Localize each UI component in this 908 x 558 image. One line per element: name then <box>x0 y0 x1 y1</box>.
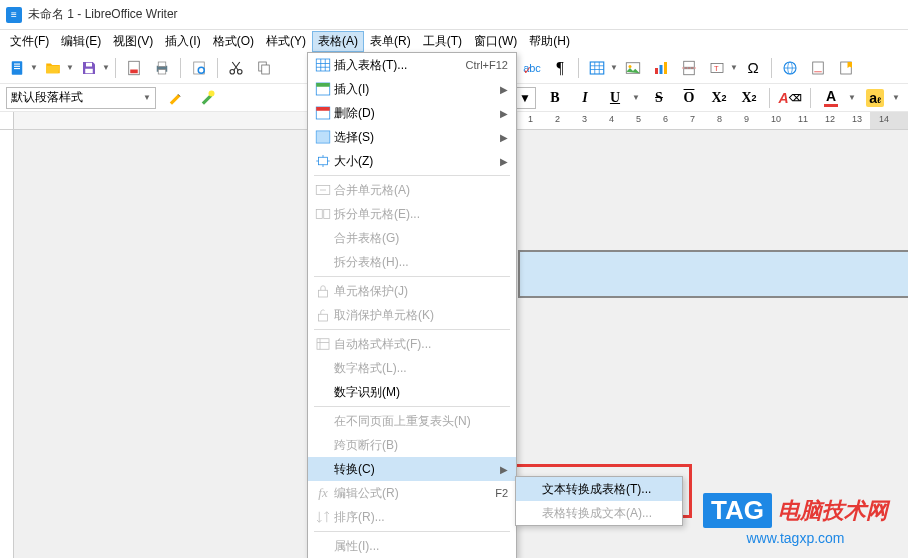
svg-rect-7 <box>130 69 138 73</box>
shortcut-label: F2 <box>495 487 508 499</box>
dropdown-icon[interactable]: ▼ <box>848 93 858 102</box>
chevron-right-icon: ▶ <box>500 108 508 119</box>
dropdown-icon[interactable]: ▼ <box>66 63 74 72</box>
highlight-color-button[interactable]: aℓ <box>862 86 888 110</box>
chevron-right-icon: ▶ <box>500 132 508 143</box>
menu-2[interactable]: 视图(V) <box>107 31 159 52</box>
menu-item-6: 合并单元格(A) <box>308 178 516 202</box>
svg-rect-3 <box>14 68 20 69</box>
cut-button[interactable] <box>223 55 249 81</box>
menu-0[interactable]: 文件(F) <box>4 31 55 52</box>
insert-pagebreak-button[interactable] <box>676 55 702 81</box>
menu-item-label: 编辑公式(R) <box>334 485 495 502</box>
open-button[interactable] <box>40 55 66 81</box>
submenu-item-0[interactable]: 文本转换成表格(T)... <box>516 477 682 501</box>
insert-chart-button[interactable] <box>648 55 674 81</box>
shortcut-label: Ctrl+F12 <box>466 59 509 71</box>
chevron-right-icon: ▶ <box>500 464 508 475</box>
submenu-item-1: 表格转换成文本(A)... <box>516 501 682 525</box>
paragraph-style-combo[interactable]: 默认段落样式 ▼ <box>6 87 156 109</box>
dropdown-icon[interactable]: ▼ <box>892 93 902 102</box>
underline-button[interactable]: U <box>602 86 628 110</box>
menu-item-0[interactable]: 插入表格(T)...Ctrl+F12 <box>308 53 516 77</box>
app-icon: ≡ <box>6 7 22 23</box>
menu-item-7: 拆分单元格(E)... <box>308 202 516 226</box>
new-style-button[interactable] <box>194 85 220 111</box>
menu-item-24: 属性(I)... <box>308 534 516 558</box>
update-style-button[interactable] <box>162 85 188 111</box>
svg-rect-57 <box>319 314 328 321</box>
dropdown-icon[interactable]: ▼ <box>30 63 38 72</box>
vertical-ruler[interactable] <box>0 130 14 558</box>
insert-bookmark-button[interactable] <box>833 55 859 81</box>
menu-item-label: 合并单元格(A) <box>334 182 508 199</box>
menu-8[interactable]: 工具(T) <box>417 31 468 52</box>
export-pdf-button[interactable] <box>121 55 147 81</box>
watermark-url: www.tagxp.com <box>747 530 845 546</box>
menu-9[interactable]: 窗口(W) <box>468 31 523 52</box>
svg-rect-41 <box>316 59 330 71</box>
svg-rect-2 <box>14 65 20 66</box>
dropdown-icon[interactable]: ▼ <box>102 63 110 72</box>
menu-item-20[interactable]: 转换(C)▶ <box>308 457 516 481</box>
menu-item-2[interactable]: 删除(D)▶ <box>308 101 516 125</box>
copy-button[interactable] <box>251 55 277 81</box>
menu-3[interactable]: 插入(I) <box>159 31 206 52</box>
menu-1[interactable]: 编辑(E) <box>55 31 107 52</box>
menu-item-label: 数字格式(L)... <box>334 360 508 377</box>
formatting-marks-button[interactable]: ¶ <box>547 55 573 81</box>
table-cell-selection[interactable] <box>518 250 908 298</box>
svg-rect-58 <box>317 339 329 350</box>
watermark-text: 电脑技术网 <box>778 496 888 526</box>
window-title: 未命名 1 - LibreOffice Writer <box>28 6 178 23</box>
insert-field-button[interactable]: T <box>704 55 730 81</box>
chevron-right-icon: ▶ <box>500 84 508 95</box>
menu-4[interactable]: 格式(O) <box>207 31 260 52</box>
menu-6[interactable]: 表格(A) <box>312 31 364 52</box>
print-button[interactable] <box>149 55 175 81</box>
menu-item-1[interactable]: 插入(I)▶ <box>308 77 516 101</box>
menu-item-4[interactable]: 大小(Z)▶ <box>308 149 516 173</box>
svg-rect-19 <box>590 62 604 74</box>
print-preview-button[interactable] <box>186 55 212 81</box>
select-icon <box>312 128 334 146</box>
menu-item-16[interactable]: 数字识别(M) <box>308 380 516 404</box>
overline-button[interactable]: O <box>676 86 702 110</box>
svg-rect-29 <box>684 61 695 67</box>
grid-icon <box>312 56 334 74</box>
insert-image-button[interactable] <box>620 55 646 81</box>
font-color-button[interactable]: A <box>818 86 844 110</box>
dropdown-icon[interactable]: ▼ <box>632 93 642 102</box>
insert-table-button[interactable] <box>584 55 610 81</box>
svg-point-40 <box>209 90 215 96</box>
svg-rect-28 <box>664 62 667 74</box>
menu-item-3[interactable]: 选择(S)▶ <box>308 125 516 149</box>
insert-hyperlink-button[interactable] <box>777 55 803 81</box>
chevron-down-icon: ▼ <box>143 93 151 102</box>
menu-item-label: 属性(I)... <box>334 538 508 555</box>
new-doc-button[interactable] <box>4 55 30 81</box>
menu-10[interactable]: 帮助(H) <box>523 31 576 52</box>
superscript-button[interactable]: X2 <box>706 86 732 110</box>
menu-item-12: 取消保护单元格(K) <box>308 303 516 327</box>
menu-item-22: 排序(R)... <box>308 505 516 529</box>
menu-item-label: 删除(D) <box>334 105 500 122</box>
subscript-button[interactable]: X2 <box>736 86 762 110</box>
insert-special-char-button[interactable]: Ω <box>740 55 766 81</box>
clear-formatting-button[interactable]: A⌫ <box>777 86 803 110</box>
menu-item-9: 拆分表格(H)... <box>308 250 516 274</box>
spellcheck-button[interactable]: abc✓ <box>519 55 545 81</box>
menu-7[interactable]: 表单(R) <box>364 31 417 52</box>
dropdown-icon[interactable]: ▼ <box>610 63 618 72</box>
menu-item-label: 大小(Z) <box>334 153 500 170</box>
insert-footnote-button[interactable] <box>805 55 831 81</box>
menu-5[interactable]: 样式(Y) <box>260 31 312 52</box>
strikethrough-button[interactable]: S <box>646 86 672 110</box>
dropdown-icon[interactable]: ▼ <box>730 63 738 72</box>
svg-rect-26 <box>655 68 658 74</box>
menu-item-label: 取消保护单元格(K) <box>334 307 508 324</box>
menu-item-18: 在不同页面上重复表头(N) <box>308 409 516 433</box>
italic-button[interactable]: I <box>572 86 598 110</box>
bold-button[interactable]: B <box>542 86 568 110</box>
save-button[interactable] <box>76 55 102 81</box>
